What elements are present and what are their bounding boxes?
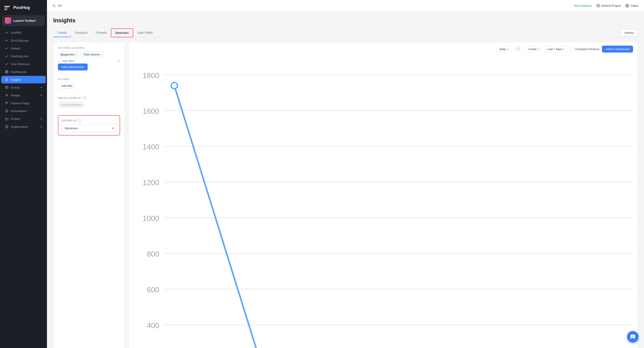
calendar-icon (5, 86, 8, 89)
svg-text:1800: 1800 (143, 71, 160, 80)
chart-icon (5, 62, 8, 66)
add-action-event-button[interactable]: Add action/event (58, 64, 88, 70)
posthog-logo-icon (3, 4, 11, 12)
add-filters-label[interactable]: Add filters (62, 59, 75, 62)
sidebar-item-dau-signups[interactable]: DAU/Signups (1, 37, 46, 44)
sidebar-label-organization: Organization (11, 125, 28, 128)
chevron-down-icon: ▾ (41, 94, 42, 97)
chart-area: 1800 1600 1400 1200 1000 800 600 400 200 (133, 56, 633, 348)
sidebar-item-default[interactable]: Default (1, 44, 46, 52)
filters-label: FILTERS (58, 78, 120, 80)
sidebar-item-project[interactable]: Project ▾ (1, 115, 46, 122)
new-features-link[interactable]: New features (574, 4, 592, 8)
event-type-button[interactable]: Total volume ▾ (81, 52, 104, 58)
tab-retention[interactable]: Retention (111, 28, 133, 37)
sidebar-label-default: Default (11, 47, 20, 50)
sidebar-label-posthog-com: PostHog.com (11, 54, 29, 58)
launch-toolbar-button[interactable]: Launch Toolbar! (2, 15, 45, 26)
svg-text:1200: 1200 (143, 178, 160, 187)
search-shortcut: ⌘K (58, 4, 62, 8)
sidebar-label-dau: DAU/Signups (11, 39, 29, 42)
chart-icon (5, 54, 8, 58)
tab-trends[interactable]: Trends (53, 29, 71, 37)
sidebar-item-insights[interactable]: Insights (1, 76, 46, 84)
topbar-right: New features Default Project Yakko (574, 4, 639, 8)
shown-as-label: SHOWN AS (62, 119, 76, 122)
sidebar-item-posthog-com[interactable]: PostHog.com (1, 52, 46, 60)
sidebar-label-dashboards: Dashboards (11, 70, 27, 74)
info-icon[interactable]: i (78, 119, 81, 122)
chevron-down-icon: ▾ (41, 118, 42, 120)
sidebar-item-annotations[interactable]: Annotations (1, 107, 46, 115)
page-title: Insights (53, 17, 638, 24)
actions-events-section: ACTIONS & EVENTS $pageview ▾ Total volum… (58, 46, 120, 74)
shown-as-select[interactable]: Stickiness ▾ (62, 124, 116, 132)
user-name: Yakko (630, 4, 639, 8)
user-icon (626, 4, 629, 8)
sidebar-label-insights: Insights (11, 78, 21, 82)
workspace: ACTIONS & EVENTS $pageview ▾ Total volum… (53, 42, 638, 348)
project-icon (596, 4, 600, 8)
tab-user-paths[interactable]: User Paths (133, 29, 157, 37)
actions-events-label: ACTIONS & EVENTS (58, 46, 120, 49)
filters-section: FILTERS Add filter (58, 78, 120, 92)
sidebar-header: PostHog (0, 0, 47, 15)
user-menu[interactable]: Yakko (626, 4, 639, 8)
chart-svg: 1800 1600 1400 1200 1000 800 600 400 200 (133, 56, 633, 348)
svg-rect-5 (5, 86, 8, 89)
info-icon[interactable]: i (516, 48, 520, 51)
chart-controls: Daily ▾ i Linear ▾ Last 7 days ▾ (133, 46, 633, 52)
search-icon (52, 4, 56, 8)
sidebar-label-project: Project (11, 117, 20, 120)
event-name-button[interactable]: $pageview ▾ (58, 52, 79, 58)
brand-name: PostHog (14, 5, 30, 10)
date-range-control[interactable]: Last 7 days ▾ (544, 46, 567, 52)
sidebar-item-aarrr[interactable]: AARRR (1, 29, 46, 36)
sidebar-item-events[interactable]: Events ▾ (1, 84, 46, 91)
clear-icon[interactable]: ✕ (118, 59, 120, 62)
folder-icon (5, 117, 8, 120)
annotation-icon (5, 109, 8, 113)
left-panel: ACTIONS & EVENTS $pageview ▾ Total volum… (53, 42, 125, 348)
chat-fab-button[interactable] (627, 331, 639, 343)
arrow-icon: ↳ (58, 60, 60, 62)
content-area: Insights Trends Sessions Funnels Retenti… (47, 12, 644, 348)
chevron-down-icon: ▾ (100, 53, 102, 56)
svg-rect-1 (5, 70, 6, 72)
main-content: ⌘K New features Default Project Yakko (47, 0, 644, 348)
sidebar-item-organization[interactable]: Organization ▾ (1, 123, 46, 130)
tab-sessions[interactable]: Sessions (71, 29, 92, 37)
add-filters-row: ↳ Add filters ✕ (58, 59, 120, 62)
chevron-down-icon: ▾ (112, 126, 114, 130)
chart-icon (5, 46, 8, 50)
add-to-dashboard-button[interactable]: Add to dashboard (602, 46, 633, 52)
linear-info-control[interactable]: i (514, 46, 523, 52)
sidebar: PostHog Launch Toolbar! AARRR DAU/Signup… (0, 0, 47, 348)
sidebar-label-people: People (11, 94, 20, 97)
svg-text:1600: 1600 (143, 107, 160, 116)
compare-previous-checkbox[interactable]: Compare Previous (570, 48, 600, 51)
chevron-down-icon: ▾ (507, 48, 508, 50)
sidebar-item-people[interactable]: People ▾ (1, 92, 46, 99)
add-filter-button[interactable]: Add filter (58, 83, 76, 89)
default-project-button[interactable]: Default Project (596, 4, 621, 8)
sidebar-item-user-behavior[interactable]: User Behavior (1, 60, 46, 68)
info-icon[interactable]: i (83, 96, 86, 100)
shown-as-section: SHOWN AS i Stickiness ▾ (58, 115, 120, 136)
sidebar-item-feature-flags[interactable]: Feature Flags (1, 99, 46, 107)
tab-funnels[interactable]: Funnels (92, 29, 111, 37)
sidebar-navigation: AARRR DAU/Signups Default PostHog.com (0, 28, 47, 348)
daily-control[interactable]: Daily ▾ (496, 46, 511, 52)
add-breakdown-button[interactable]: Add breakdown (58, 102, 85, 108)
topbar: ⌘K New features Default Project Yakko (47, 0, 644, 12)
default-project-label: Default Project (601, 4, 621, 8)
chat-icon (630, 334, 636, 340)
chevron-down-icon: ▾ (538, 48, 539, 50)
search-bar[interactable]: ⌘K (52, 4, 62, 8)
linear-control[interactable]: Linear ▾ (526, 46, 542, 52)
sidebar-item-dashboards[interactable]: Dashboards (1, 68, 46, 76)
sidebar-label-user-behavior: User Behavior (11, 62, 30, 66)
svg-text:400: 400 (147, 322, 159, 330)
history-button[interactable]: History (621, 29, 638, 36)
chevron-down-icon: ▾ (41, 86, 42, 89)
